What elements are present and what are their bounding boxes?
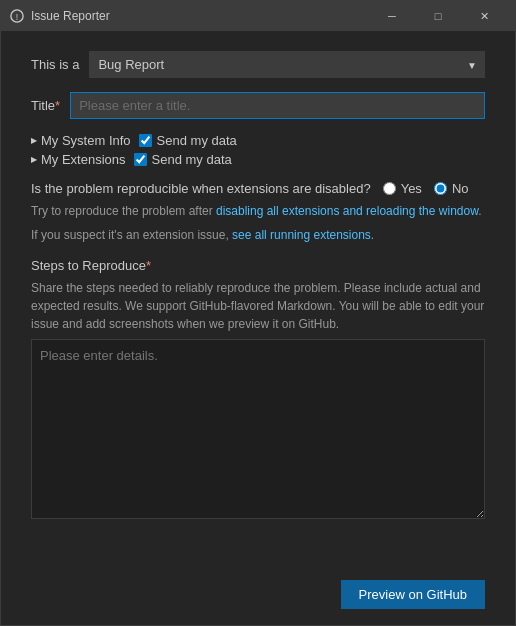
window-controls: ─ □ ✕ bbox=[369, 1, 507, 31]
maximize-button[interactable]: □ bbox=[415, 1, 461, 31]
system-info-check-text: Send my data bbox=[157, 133, 237, 148]
steps-required: * bbox=[146, 258, 151, 273]
repro-question-text: Is the problem reproducible when extensi… bbox=[31, 181, 371, 196]
repro-yes-radio[interactable] bbox=[383, 182, 396, 195]
extensions-label: My Extensions bbox=[41, 152, 126, 167]
extensions-checkbox[interactable] bbox=[134, 153, 147, 166]
system-info-arrow-icon: ▶ bbox=[31, 136, 37, 145]
extensions-send-label[interactable]: Send my data bbox=[134, 152, 232, 167]
type-select[interactable]: Bug Report Performance Issue Feature Req… bbox=[89, 51, 485, 78]
type-field-row: This is a Bug Report Performance Issue F… bbox=[31, 51, 485, 78]
minimize-button[interactable]: ─ bbox=[369, 1, 415, 31]
repro-info-text: Try to reproduce the problem after disab… bbox=[31, 202, 485, 220]
extensions-check-text: Send my data bbox=[152, 152, 232, 167]
repro-question-row: Is the problem reproducible when extensi… bbox=[31, 181, 485, 196]
system-info-send-label[interactable]: Send my data bbox=[139, 133, 237, 148]
extensions-row: ▶ My Extensions Send my data bbox=[31, 152, 485, 167]
svg-text:!: ! bbox=[16, 12, 18, 22]
steps-header: Steps to Reproduce* bbox=[31, 258, 485, 273]
window: ! Issue Reporter ─ □ ✕ This is a Bug Rep… bbox=[0, 0, 516, 626]
repro-disable-link[interactable]: disabling all extensions and reloading t… bbox=[216, 204, 478, 218]
title-field-row: Title* bbox=[31, 92, 485, 119]
system-info-toggle[interactable]: ▶ My System Info bbox=[31, 133, 131, 148]
repro-yes-text: Yes bbox=[401, 181, 422, 196]
repro-yes-label[interactable]: Yes bbox=[383, 181, 422, 196]
system-info-row: ▶ My System Info Send my data bbox=[31, 133, 485, 148]
form-content: This is a Bug Report Performance Issue F… bbox=[1, 31, 515, 570]
type-select-wrapper: Bug Report Performance Issue Feature Req… bbox=[89, 51, 485, 78]
repro-ext-info-text: If you suspect it's an extension issue, … bbox=[31, 226, 485, 244]
repro-no-radio[interactable] bbox=[434, 182, 447, 195]
type-label: This is a bbox=[31, 57, 79, 72]
close-button[interactable]: ✕ bbox=[461, 1, 507, 31]
steps-description: Share the steps needed to reliably repro… bbox=[31, 279, 485, 333]
repro-section: Is the problem reproducible when extensi… bbox=[31, 181, 485, 244]
repro-no-text: No bbox=[452, 181, 469, 196]
window-title: Issue Reporter bbox=[31, 9, 369, 23]
extensions-toggle[interactable]: ▶ My Extensions bbox=[31, 152, 126, 167]
steps-textarea[interactable] bbox=[31, 339, 485, 519]
footer: Preview on GitHub bbox=[1, 570, 515, 625]
system-section: ▶ My System Info Send my data ▶ My Exten… bbox=[31, 133, 485, 167]
repro-no-label[interactable]: No bbox=[434, 181, 469, 196]
title-required: * bbox=[55, 98, 60, 113]
title-bar: ! Issue Reporter ─ □ ✕ bbox=[1, 1, 515, 31]
steps-section: Steps to Reproduce* Share the steps need… bbox=[31, 258, 485, 519]
system-info-label: My System Info bbox=[41, 133, 131, 148]
title-label: Title* bbox=[31, 98, 60, 113]
preview-button[interactable]: Preview on GitHub bbox=[341, 580, 485, 609]
system-info-checkbox[interactable] bbox=[139, 134, 152, 147]
title-input[interactable] bbox=[70, 92, 485, 119]
extensions-arrow-icon: ▶ bbox=[31, 155, 37, 164]
app-icon: ! bbox=[9, 8, 25, 24]
repro-ext-link[interactable]: see all running extensions bbox=[232, 228, 371, 242]
